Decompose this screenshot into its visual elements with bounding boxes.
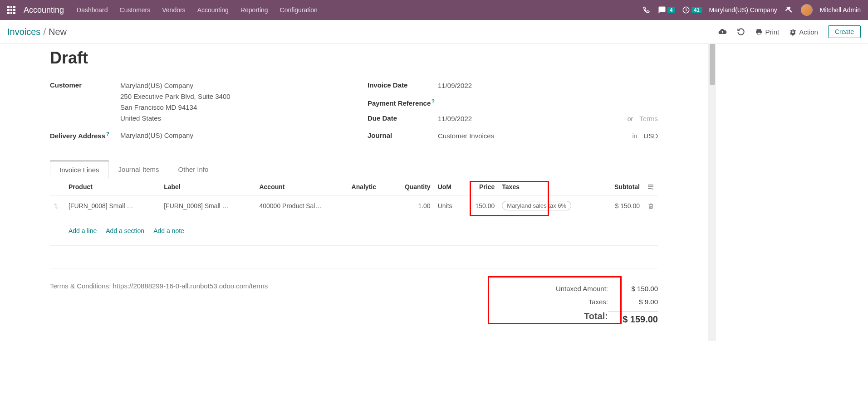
help-icon[interactable]: ? <box>106 131 109 136</box>
untaxed-value: $ 150.00 <box>608 285 658 292</box>
messages-icon[interactable]: 4 <box>658 6 675 14</box>
action-button[interactable]: Action <box>789 28 818 36</box>
due-date-value[interactable]: 11/09/2022 <box>438 113 472 124</box>
delivery-value[interactable]: Maryland(US) Company <box>120 130 340 141</box>
currency-value[interactable]: USD <box>643 131 658 141</box>
scrollbar-thumb[interactable] <box>710 44 715 85</box>
subheader: Invoices / New Print Action Create <box>0 20 868 44</box>
delivery-label: Delivery Address? <box>50 130 120 140</box>
cell-uom[interactable]: Units <box>434 195 463 216</box>
tools-icon[interactable] <box>785 5 794 15</box>
th-quantity[interactable]: Quantity <box>390 178 434 195</box>
scrollbar[interactable] <box>708 44 716 341</box>
avatar[interactable] <box>801 4 813 16</box>
breadcrumb-current: New <box>49 27 67 37</box>
or-label: or <box>628 114 633 124</box>
taxes-value: $ 9.00 <box>608 298 658 306</box>
tabs: Invoice Lines Journal Items Other Info <box>50 161 658 178</box>
table-row[interactable]: ⇅ [FURN_0008] Small … [FURN_0008] Small … <box>50 195 658 216</box>
nav-configuration[interactable]: Configuration <box>280 6 318 14</box>
columns-settings-icon[interactable] <box>647 183 654 190</box>
cell-price[interactable]: 150.00 <box>463 195 498 216</box>
customer-addr1: 250 Executive Park Blvd, Suite 3400 <box>120 91 340 102</box>
cell-taxes[interactable]: Maryland sales tax 6% <box>498 195 600 216</box>
company-selector[interactable]: Maryland(US) Company <box>709 6 777 14</box>
th-price[interactable]: Price <box>463 178 498 195</box>
nav-accounting[interactable]: Accounting <box>197 6 229 14</box>
discard-icon[interactable] <box>737 28 745 36</box>
total-value: $ 159.00 <box>608 311 658 325</box>
delete-row-icon[interactable] <box>647 202 654 209</box>
messages-badge: 4 <box>667 7 675 13</box>
cell-product[interactable]: [FURN_0008] Small … <box>65 195 160 216</box>
print-button[interactable]: Print <box>755 28 779 36</box>
add-line-link[interactable]: Add a line <box>69 227 97 234</box>
journal-value[interactable]: Customer Invoices <box>438 131 494 141</box>
app-name[interactable]: Accounting <box>24 5 64 15</box>
customer-addr3: United States <box>120 113 340 124</box>
customer-name: Maryland(US) Company <box>120 80 340 91</box>
untaxed-label: Untaxed Amount: <box>526 285 608 292</box>
tax-tag[interactable]: Maryland sales tax 6% <box>502 201 571 210</box>
create-button[interactable]: Create <box>828 25 861 38</box>
help-icon[interactable]: ? <box>432 98 435 104</box>
taxes-label: Taxes: <box>526 298 608 306</box>
top-navbar: Accounting Dashboard Customers Vendors A… <box>0 0 868 20</box>
breadcrumb-root[interactable]: Invoices <box>7 27 40 37</box>
terms-field[interactable]: Terms <box>639 113 658 124</box>
total-label: Total: <box>526 311 608 325</box>
cell-account[interactable]: 400000 Product Sal… <box>255 195 348 216</box>
tab-journal-items[interactable]: Journal Items <box>109 161 169 178</box>
cell-quantity[interactable]: 1.00 <box>390 195 434 216</box>
user-name[interactable]: Mitchell Admin <box>820 6 861 14</box>
add-section-link[interactable]: Add a section <box>106 227 144 234</box>
print-label: Print <box>765 28 779 36</box>
due-date-label: Due Date <box>368 113 438 122</box>
cell-subtotal: $ 150.00 <box>600 195 643 216</box>
nav-vendors[interactable]: Vendors <box>162 6 185 14</box>
page-title: Draft <box>50 49 658 68</box>
th-taxes[interactable]: Taxes <box>498 178 600 195</box>
activities-badge: 41 <box>691 7 701 13</box>
cloud-upload-icon[interactable] <box>718 27 727 36</box>
action-label: Action <box>799 28 818 36</box>
invoice-date-value[interactable]: 11/09/2022 <box>438 80 658 91</box>
th-label[interactable]: Label <box>160 178 255 195</box>
nav-reporting[interactable]: Reporting <box>240 6 268 14</box>
th-product[interactable]: Product <box>65 178 160 195</box>
journal-label: Journal <box>368 131 438 139</box>
nav-customers[interactable]: Customers <box>120 6 151 14</box>
invoice-date-label: Invoice Date <box>368 80 438 89</box>
add-note-link[interactable]: Add a note <box>153 227 184 234</box>
th-subtotal[interactable]: Subtotal <box>600 178 643 195</box>
nav-dashboard[interactable]: Dashboard <box>77 6 108 14</box>
payment-ref-label: Payment Reference? <box>368 97 438 107</box>
customer-value[interactable]: Maryland(US) Company 250 Executive Park … <box>120 80 340 124</box>
th-account[interactable]: Account <box>255 178 348 195</box>
breadcrumb-separator: / <box>43 27 46 37</box>
totals-box: Untaxed Amount: $ 150.00 Taxes: $ 9.00 T… <box>526 282 658 327</box>
nav-menu: Dashboard Customers Vendors Accounting R… <box>77 6 318 14</box>
main-content: Draft Customer Maryland(US) Company 250 … <box>0 44 708 341</box>
customer-addr2: San Francisco MD 94134 <box>120 102 340 113</box>
invoice-lines-table: Product Label Account Analytic Quantity … <box>50 178 658 268</box>
activities-icon[interactable]: 41 <box>682 6 701 14</box>
breadcrumb: Invoices / New <box>7 27 67 37</box>
terms-conditions[interactable]: Terms & Conditions: https://20888299-16-… <box>50 282 526 290</box>
customer-label: Customer <box>50 80 120 89</box>
in-label: in <box>632 131 637 141</box>
tab-other-info[interactable]: Other Info <box>169 161 218 178</box>
phone-icon[interactable] <box>642 6 651 14</box>
cell-analytic[interactable] <box>348 195 391 216</box>
tab-invoice-lines[interactable]: Invoice Lines <box>50 161 109 178</box>
th-uom[interactable]: UoM <box>434 178 463 195</box>
th-analytic[interactable]: Analytic <box>348 178 391 195</box>
apps-icon[interactable] <box>7 6 15 14</box>
cell-label[interactable]: [FURN_0008] Small … <box>160 195 255 216</box>
drag-handle-icon[interactable]: ⇅ <box>54 203 61 209</box>
